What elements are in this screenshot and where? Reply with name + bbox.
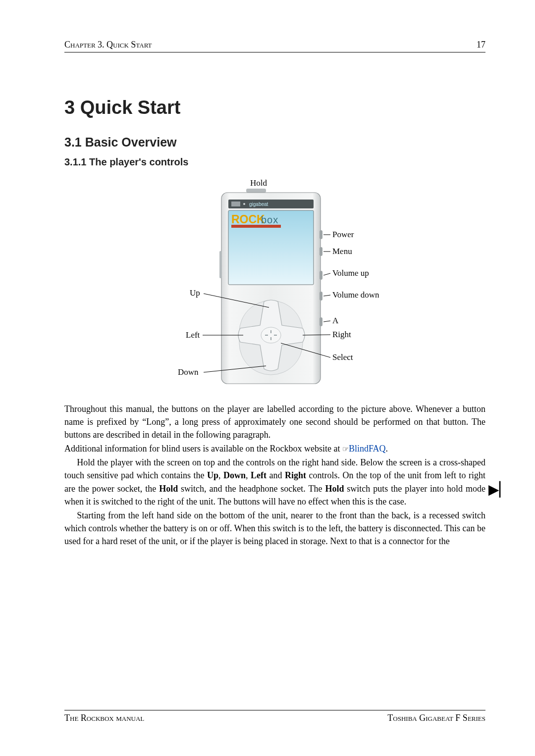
para2-text: Additional information for blind users i… bbox=[64, 444, 342, 454]
subsection-title: 3.1.1 The player's controls bbox=[64, 156, 485, 168]
page-header: Chapter 3. Quick Start 17 bbox=[64, 40, 485, 52]
bold-left: Left bbox=[251, 470, 267, 480]
bold-hold1: Hold bbox=[159, 484, 178, 494]
footer-right: Toshiba Gigabeat F Series bbox=[387, 713, 485, 723]
label-left: Left bbox=[186, 330, 200, 340]
player-diagram: Hold gigabeat ROCK bbox=[64, 177, 485, 390]
sep1: , bbox=[218, 470, 223, 480]
svg-point-0 bbox=[261, 327, 281, 343]
btn-volup-icon bbox=[320, 271, 322, 280]
leader-volup bbox=[323, 273, 330, 275]
player-diagram-svg: Hold gigabeat ROCK bbox=[136, 177, 414, 390]
footer-rule bbox=[64, 710, 485, 710]
btn-voldown-icon bbox=[320, 292, 322, 301]
header-page-number: 17 bbox=[477, 40, 485, 50]
margin-play-icon: ▶▏ bbox=[488, 481, 510, 498]
speaker-grille-icon bbox=[231, 202, 240, 206]
page-footer: The Rockbox manual Toshiba Gigabeat F Se… bbox=[64, 713, 485, 723]
logo-underline-icon bbox=[231, 225, 281, 228]
hold-switch-icon bbox=[246, 189, 266, 193]
chapter-title: 3 Quick Start bbox=[64, 97, 485, 118]
para3-d: switch, and the headphone socket. The bbox=[178, 484, 325, 494]
header-left: Chapter 3. Quick Start bbox=[64, 40, 152, 50]
btn-a-icon bbox=[320, 317, 322, 326]
blindfaq-link[interactable]: BlindFAQ bbox=[349, 444, 386, 454]
bold-up: Up bbox=[207, 470, 218, 480]
footer-left: The Rockbox manual bbox=[64, 713, 144, 723]
bold-right: Right bbox=[285, 470, 306, 480]
indicator-dot-icon bbox=[243, 203, 245, 205]
bold-down: Down bbox=[223, 470, 246, 480]
para2-post: . bbox=[386, 444, 388, 454]
paragraph-2: Additional information for blind users i… bbox=[64, 442, 485, 455]
label-down: Down bbox=[178, 367, 199, 377]
btn-power-icon bbox=[320, 230, 322, 239]
sep2: , bbox=[246, 470, 251, 480]
label-voldown: Volume down bbox=[332, 290, 379, 300]
para3-b: and bbox=[267, 470, 285, 480]
label-gigabeat: gigabeat bbox=[249, 202, 268, 207]
left-slot-icon bbox=[219, 251, 222, 278]
leader-voldown bbox=[323, 295, 330, 296]
paragraph-1: Throughout this manual, the buttons on t… bbox=[64, 403, 485, 441]
label-right: Right bbox=[332, 330, 351, 339]
section-title: 3.1 Basic Overview bbox=[64, 135, 485, 150]
btn-menu-icon bbox=[320, 247, 322, 256]
label-select: Select bbox=[332, 353, 353, 362]
label-up: Up bbox=[190, 288, 200, 298]
paragraph-4: Starting from the left hand side on the … bbox=[64, 509, 485, 548]
pointing-hand-icon: ☞ bbox=[342, 445, 349, 453]
label-power: Power bbox=[332, 230, 354, 239]
logo-box: box bbox=[261, 214, 278, 225]
leader-a bbox=[323, 321, 330, 322]
label-hold: Hold bbox=[250, 178, 268, 188]
logo-rock: ROCK bbox=[231, 213, 265, 226]
device-top-strip bbox=[228, 200, 314, 208]
label-menu: Menu bbox=[332, 247, 352, 256]
label-a: A bbox=[332, 316, 339, 325]
bold-hold2: Hold bbox=[325, 484, 344, 494]
label-volup: Volume up bbox=[332, 268, 369, 278]
paragraph-3: Hold the player with the screen on top a… bbox=[64, 456, 485, 507]
